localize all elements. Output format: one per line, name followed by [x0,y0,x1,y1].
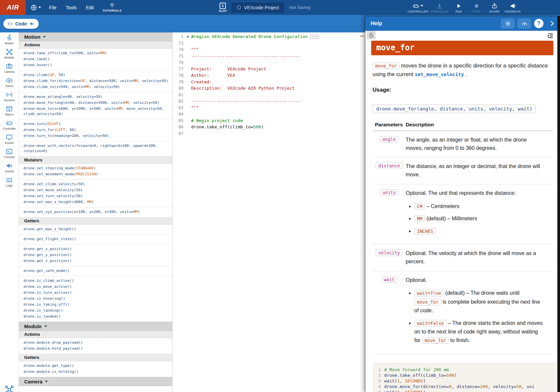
palette-command[interactable]: drone.get_flight_state() [19,236,172,242]
palette-command[interactable]: drone.is_landing() [19,308,172,314]
palette-command[interactable]: drone.is_landed() [19,314,172,320]
sidebar-item-screen[interactable]: Screen [0,132,19,146]
palette-command[interactable]: drone.get_z_position() [19,258,172,264]
sidebar-item-label: Camera [4,70,15,73]
palette-command[interactable]: drone.hover() [19,62,172,68]
gutter-space [185,111,191,117]
palette-command[interactable]: drone.take_off(climb_to=500, units=MM) [19,50,172,56]
sidebar-item-camera[interactable]: Camera [0,61,19,75]
palette-command[interactable]: drone.climb_to(z=500, units=MM, velocity… [19,84,172,90]
palette-command[interactable]: drone.module.hold_payload() [19,346,172,352]
language-button[interactable] [30,4,41,11]
palette-command[interactable]: drone.turn(RIGHT) [19,121,172,127]
panel-edge-strip[interactable] [557,16,560,392]
palette-command[interactable]: drone.module.get_type() [19,363,172,369]
run-button[interactable]: RUN [451,2,466,13]
palette-command[interactable]: drone.set_climb_velocity(50) [19,181,172,187]
gutter-space [185,98,191,105]
sidebar-item-macro[interactable]: Macro [0,104,19,118]
line-content: """ [191,105,199,111]
palette-command[interactable]: drone.is_turn_active() [19,290,172,296]
palette-command[interactable]: drone.get_safe_mode() [19,268,172,274]
sidebar-item-controller[interactable]: Controller [0,118,19,132]
palette-command[interactable]: drone.set_move_velocity(50) [19,187,172,193]
controller-label: CONTROLLER [408,10,428,13]
line-number: 78 [173,72,185,79]
controller-button[interactable]: CONTROLLER [408,2,428,13]
palette-command[interactable]: drone.get_x_position() [19,246,172,252]
param-description: Optional. The velocity at which the dron… [406,249,553,266]
share-button[interactable]: SHARE [487,2,502,13]
palette-command[interactable]: drone.set_steering_mode(STANDARD) [19,165,172,171]
palette-command[interactable]: drone.is_move_active() [19,284,172,290]
palette-section-header-module[interactable]: Module [19,322,172,331]
download-icon [436,3,443,9]
fold-arrow-icon[interactable] [185,33,191,40]
palette-command[interactable]: drone.is_hovering() [19,296,172,302]
command-cluster: drone.set_steering_mode(STANDARD)drone.s… [19,164,172,180]
line-number: 76 [173,59,185,66]
controller-icon [6,119,13,127]
collapse-panel-button[interactable] [549,20,555,27]
code-toggle-label: Code [15,21,27,26]
line-number: 87 [173,130,185,137]
code-link[interactable]: set_move_velocity [415,72,464,77]
palette-command[interactable]: drone.set_turn_velocity(50) [19,193,172,199]
palette-command[interactable]: drone.move_for(angle=90, distance=1000, … [19,100,172,106]
caret-down-icon [44,326,47,327]
speaker-icon[interactable] [29,21,34,26]
palette-section-header-motion[interactable]: Motion [19,32,172,41]
section-title: Camera [24,379,42,384]
menu-file[interactable]: File [49,5,57,10]
sidebar-item-logic[interactable]: Logic [0,175,19,189]
palette-command[interactable]: drone.land() [19,56,172,62]
sidebar-item-motion[interactable]: Motion [0,32,19,47]
tutorials-button[interactable]: TUTORIALS [102,3,122,12]
slot-button[interactable]: 1 SLOT [219,3,227,13]
help-question-button[interactable]: ? [534,19,543,28]
sidebar-item-sensors[interactable]: Sensors [0,89,19,104]
camera-icon [6,63,13,70]
palette-command[interactable]: drone.module.is_holding() [19,369,172,375]
palette-command[interactable]: drone.climb(UP, 50) [19,72,172,78]
share-icon-row [491,3,498,9]
palette-command[interactable]: drone.move_to(x=1000, y=1000, z=500, uni… [19,106,172,117]
sidebar-item-console[interactable]: Console [0,146,19,160]
feedback-button[interactable]: FEEDBACK [505,2,521,13]
dock-panel-icon[interactable] [547,32,554,39]
palette-command[interactable]: drone.get_y_position() [19,252,172,258]
palette-section-header-camera[interactable]: Camera [19,377,172,386]
palette-command[interactable]: drone.move_at(angle=90, velocity=50) [19,94,172,100]
palette-command[interactable]: drone.is_climb_active() [19,278,172,284]
line-content: drone.take_off(climb_to=500) [191,124,264,130]
palette-command[interactable]: drone.module.drop_payload() [19,340,172,346]
palette-command[interactable]: drone.climb_for(direction=UP, distance=5… [19,78,172,84]
code-toggle[interactable]: Code [3,19,39,29]
palette-command[interactable]: drone.get_max_z_height() [19,226,172,232]
description-text: The distance, as an integer or decimal, … [406,162,544,179]
gutter-space [185,130,191,137]
palette-command[interactable]: drone.move_with_vectors(forward=0, right… [19,143,172,154]
gutter-space [185,92,191,98]
gutter-space [185,53,191,60]
project-title[interactable]: VEXcode Project [231,3,284,13]
param-cell: velocity [373,249,406,266]
palette-command[interactable]: drone.set_max_z_height(4000, MM) [19,199,172,205]
settings-button[interactable] [501,19,514,28]
air-logo[interactable]: AIR [0,0,26,15]
palette-command[interactable]: drone.turn_to(heading=180, velocity=50) [19,133,172,139]
sidebar-item-module[interactable]: Module [0,47,19,61]
sidebar-item-vision[interactable]: Vision [0,75,19,89]
menu-tools[interactable]: Tools [66,5,77,10]
device-icon[interactable] [4,385,14,392]
code-icon [8,21,13,26]
menu-edit[interactable]: Edit [86,5,94,10]
palette-command[interactable]: drone.is_taking_off() [19,302,172,308]
palette-command[interactable]: drone.turn_for(LEFT, 90) [19,127,172,133]
unlock-pin-icon[interactable] [367,31,376,39]
dashboard-button[interactable] [518,19,531,28]
palette-command[interactable]: drone.set_xyz_position(x=100, y=200, z=3… [19,209,172,215]
sidebar-item-sound[interactable]: Sound [0,160,19,175]
palette-command[interactable]: drone.set_movement_mode(PRECISION) [19,171,172,177]
folded-code-indicator[interactable]: ··· [310,35,319,39]
